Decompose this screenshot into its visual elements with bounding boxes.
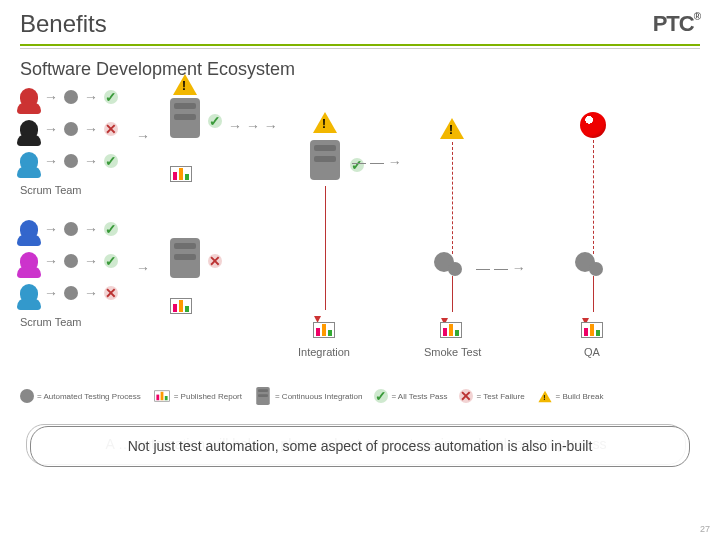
page-number: 27 xyxy=(700,524,710,534)
chart-icon xyxy=(154,390,169,401)
arrow-icon: → xyxy=(44,121,58,137)
arrow-icon: → → → xyxy=(228,118,278,134)
report-icon xyxy=(313,322,335,342)
legend-text: = Test Failure xyxy=(476,392,524,401)
arrow-icon: → xyxy=(84,89,98,105)
gear-icon xyxy=(64,254,78,268)
arrow-icon: → xyxy=(136,128,150,144)
arrow-icon: → xyxy=(44,153,58,169)
legend-text: = Continuous Integration xyxy=(275,392,362,401)
flow-line xyxy=(325,186,326,310)
check-icon: ✓ xyxy=(104,154,118,168)
arrow-icon: → xyxy=(84,153,98,169)
stage-label-smoke: Smoke Test xyxy=(424,346,481,358)
legend-text: = Published Report xyxy=(174,392,242,401)
gear-icon xyxy=(20,389,34,403)
legend-fail: ✕= Test Failure xyxy=(459,389,524,403)
logo-mark: ® xyxy=(694,11,700,22)
team-label: Scrum Team xyxy=(20,184,82,196)
arrow-icon: → xyxy=(84,253,98,269)
legend-ci: = Continuous Integration xyxy=(254,386,362,406)
flow-line xyxy=(593,276,594,312)
chart-icon xyxy=(440,322,462,338)
callout-stack: A … automation will help … play a role a… xyxy=(30,426,690,467)
chart-icon xyxy=(170,298,192,314)
check-icon: ✓ xyxy=(104,254,118,268)
warning-icon xyxy=(313,112,337,133)
legend-text: = Automated Testing Process xyxy=(37,392,141,401)
arrow-icon: → xyxy=(84,221,98,237)
gear-icon xyxy=(64,154,78,168)
cross-icon: ✕ xyxy=(104,286,118,300)
cross-icon: ✕ xyxy=(459,389,473,403)
warning-icon xyxy=(440,118,464,143)
gear-icon xyxy=(64,286,78,300)
warning-icon xyxy=(538,390,551,402)
cross-icon: ✕ xyxy=(208,254,222,268)
arrow-icon: → xyxy=(44,253,58,269)
logo: PTC® xyxy=(653,11,700,37)
report-icon xyxy=(170,298,192,318)
ci-server-icon xyxy=(170,238,200,282)
legend-automated: = Automated Testing Process xyxy=(20,389,141,403)
chart-icon xyxy=(170,166,192,182)
qa-gear xyxy=(575,252,603,276)
gear-icon xyxy=(448,262,462,276)
gear-icon xyxy=(64,122,78,136)
person-icon xyxy=(20,88,38,106)
team-label: Scrum Team xyxy=(20,316,82,328)
check-icon: ✓ xyxy=(104,222,118,236)
subtitle: Software Development Ecosystem xyxy=(20,59,700,80)
divider xyxy=(20,48,700,49)
report-icon xyxy=(440,322,462,342)
chart-icon xyxy=(313,322,335,338)
diagram: →→✓ →→✕ →→✓ Scrum Team → ✓ →→✓ →→✓ →→✕ S… xyxy=(20,88,700,408)
integration-server xyxy=(310,140,340,184)
report-icon xyxy=(170,166,192,186)
server-icon xyxy=(170,98,200,138)
flow-line xyxy=(452,142,453,254)
cross-icon: ✕ xyxy=(104,122,118,136)
pass-icon: ✓ xyxy=(208,112,222,130)
report-icon xyxy=(581,322,603,342)
warning-icon xyxy=(173,74,197,95)
gear-icon xyxy=(64,222,78,236)
page-title: Benefits xyxy=(20,10,107,38)
gear-icon xyxy=(589,262,603,276)
flow-line xyxy=(452,276,453,312)
scrum-team-1: →→✓ →→✕ →→✓ Scrum Team xyxy=(20,88,118,184)
fail-icon: ✕ xyxy=(208,252,222,270)
legend-text: = All Tests Pass xyxy=(391,392,447,401)
arrow-icon: → xyxy=(136,260,150,276)
check-icon: ✓ xyxy=(104,90,118,104)
person-icon xyxy=(20,120,38,138)
scrum-team-2: →→✓ →→✓ →→✕ Scrum Team xyxy=(20,220,118,316)
arrow-icon: → xyxy=(44,221,58,237)
person-icon xyxy=(20,252,38,270)
flow-line xyxy=(593,140,594,254)
ci-server-icon xyxy=(170,98,200,142)
legend-report: = Published Report xyxy=(153,390,242,402)
arrow-icon: → xyxy=(84,121,98,137)
legend-text: = Build Break xyxy=(556,392,604,401)
arrow-icon: — — → xyxy=(476,260,526,276)
bug-icon xyxy=(580,112,606,142)
legend: = Automated Testing Process = Published … xyxy=(20,386,603,406)
arrow-icon: → xyxy=(44,89,58,105)
stage-label-integration: Integration xyxy=(298,346,350,358)
arrow-icon: → xyxy=(44,285,58,301)
arrow-icon: — — → xyxy=(352,154,402,170)
logo-text: PTC xyxy=(653,11,694,36)
legend-pass: ✓= All Tests Pass xyxy=(374,389,447,403)
person-icon xyxy=(20,220,38,238)
smoke-gear xyxy=(434,252,462,276)
divider-accent xyxy=(20,44,700,46)
person-icon xyxy=(20,284,38,302)
person-icon xyxy=(20,152,38,170)
chart-icon xyxy=(581,322,603,338)
check-icon: ✓ xyxy=(208,114,222,128)
check-icon: ✓ xyxy=(374,389,388,403)
stage-label-qa: QA xyxy=(584,346,600,358)
legend-broken: = Build Break xyxy=(537,392,604,401)
server-icon xyxy=(256,387,270,405)
